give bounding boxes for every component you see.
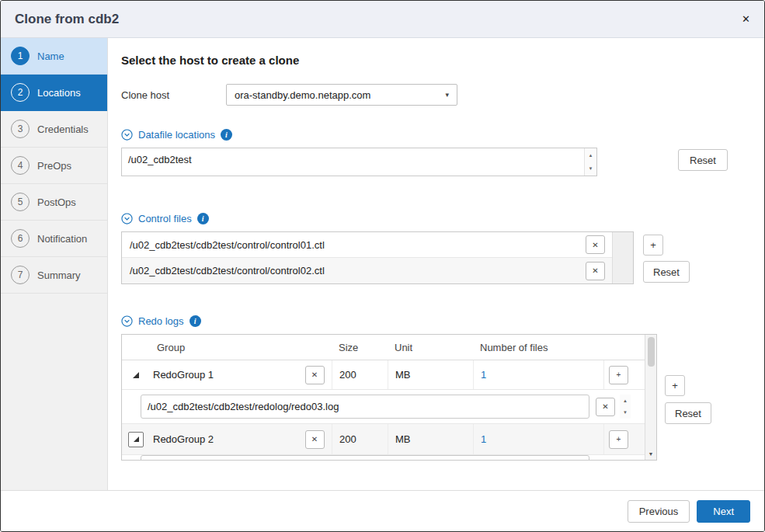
redo-group-name[interactable]: RedoGroup 1	[150, 369, 297, 381]
collapse-section-icon[interactable]	[121, 315, 133, 327]
redo-logs-area: Group Size Unit Number of files RedoGrou…	[121, 334, 764, 461]
x-icon: ✕	[592, 266, 598, 275]
dialog-footer: Previous Next	[1, 490, 764, 531]
column-header-group: Group	[150, 342, 332, 353]
info-icon[interactable]: i	[190, 315, 201, 327]
control-files-area: /u02_cdb2test/cdb2test/control/control01…	[121, 231, 764, 284]
control-file-path[interactable]: /u02_cdb2test/cdb2test/control/control01…	[130, 239, 586, 251]
scrollbar-thumb[interactable]	[648, 337, 655, 367]
control-files-reset-button[interactable]: Reset	[643, 261, 690, 283]
step-item-notification[interactable]: 6 Notification	[1, 221, 107, 257]
redo-group-unit[interactable]: MB	[388, 360, 473, 389]
scroll-down-icon[interactable]: ▼	[620, 407, 631, 419]
redo-log-path-value: /u02_cdb2test/cdb2test/redolog/redo03.lo…	[148, 401, 339, 412]
add-redo-log-file-button[interactable]: +	[609, 366, 628, 384]
remove-control-file-button[interactable]: ✕	[586, 235, 605, 254]
clone-wizard-dialog: Clone from cdb2 ✕ 1 Name 2 Locations 3 C…	[0, 0, 765, 532]
info-icon[interactable]: i	[197, 213, 209, 224]
redo-log-file-row: /u02_cdb2test/cdb2test/redolog/redo03.lo…	[122, 390, 645, 424]
x-icon: ✕	[602, 402, 608, 411]
scroll-down-icon[interactable]: ▼	[585, 162, 596, 176]
info-icon[interactable]: i	[221, 129, 232, 141]
scrollbar-track[interactable]	[612, 232, 633, 283]
control-files-section-title[interactable]: Control files	[138, 213, 192, 224]
x-icon: ✕	[311, 370, 318, 379]
wizard-content: Select the host to create a clone Clone …	[108, 38, 764, 490]
dialog-header: Clone from cdb2 ✕	[1, 1, 764, 38]
collapse-row-icon[interactable]	[133, 372, 139, 378]
datafile-location-value: /u02_cdb2test	[122, 148, 584, 176]
step-item-credentials[interactable]: 3 Credentials	[1, 111, 107, 148]
dialog-title: Clone from cdb2	[15, 12, 119, 27]
redo-logs-reset-button[interactable]: Reset	[665, 402, 711, 424]
remove-redo-group-button[interactable]: ✕	[305, 366, 325, 384]
step-item-summary[interactable]: 7 Summary	[1, 257, 107, 294]
close-icon[interactable]: ✕	[742, 14, 750, 24]
step-label: PreOps	[37, 160, 71, 172]
x-icon: ✕	[592, 241, 598, 249]
step-item-name[interactable]: 1 Name	[1, 38, 107, 75]
step-label: Name	[37, 50, 64, 62]
redo-logs-section-title[interactable]: Redo logs	[138, 315, 184, 327]
redo-group-file-count[interactable]: 1	[473, 424, 603, 454]
datafile-section-title[interactable]: Datafile locations	[138, 129, 215, 141]
column-header-size: Size	[332, 342, 388, 353]
collapse-section-icon[interactable]	[121, 129, 133, 141]
step-label: Summary	[37, 269, 81, 281]
step-number-badge: 2	[11, 83, 30, 102]
redo-table-header: Group Size Unit Number of files	[122, 335, 645, 360]
redo-group-row: RedoGroup 1 ✕ 200 MB 1 +	[122, 360, 645, 390]
control-files-actions: + Reset	[643, 235, 690, 284]
redo-logs-table: Group Size Unit Number of files RedoGrou…	[121, 334, 657, 461]
previous-button[interactable]: Previous	[628, 500, 690, 523]
redo-group-size[interactable]: 200	[332, 424, 388, 454]
clone-host-value: ora-standby.demo.netapp.com	[235, 89, 370, 101]
scroll-down-icon[interactable]: ▼	[649, 451, 654, 457]
clone-host-label: Clone host	[121, 89, 226, 101]
control-files-list: /u02_cdb2test/cdb2test/control/control01…	[121, 231, 634, 284]
redo-logs-section-header: Redo logs i	[121, 315, 764, 327]
column-header-number-of-files: Number of files	[473, 342, 603, 353]
collapse-row-icon[interactable]	[128, 432, 144, 447]
clone-host-select[interactable]: ora-standby.demo.netapp.com ▾	[226, 84, 457, 106]
redo-group-unit[interactable]: MB	[388, 424, 473, 454]
redo-log-path-input[interactable]: /u02_cdb2test/cdb2test/redolog/redo03.lo…	[141, 395, 589, 419]
datafile-location-input[interactable]: /u02_cdb2test ▲ ▼	[121, 148, 597, 176]
step-item-postops[interactable]: 5 PostOps	[1, 184, 107, 221]
step-label: PostOps	[37, 196, 76, 208]
step-item-preops[interactable]: 4 PreOps	[1, 148, 107, 184]
datafile-reset-button[interactable]: Reset	[678, 149, 728, 171]
add-control-file-button[interactable]: +	[643, 235, 663, 256]
control-files-section-header: Control files i	[121, 213, 764, 224]
partial-next-row	[122, 455, 645, 461]
step-number-badge: 7	[11, 266, 30, 284]
step-label: Credentials	[37, 123, 89, 135]
control-file-row: /u02_cdb2test/cdb2test/control/control01…	[122, 232, 612, 258]
table-scrollbar[interactable]: ▼	[645, 335, 656, 460]
datafile-section-header: Datafile locations i	[121, 129, 764, 141]
redo-group-file-count[interactable]: 1	[473, 360, 603, 389]
scroll-up-icon[interactable]: ▲	[620, 395, 631, 407]
collapse-section-icon[interactable]	[121, 213, 133, 224]
control-file-path[interactable]: /u02_cdb2test/cdb2test/control/control02…	[130, 265, 586, 276]
step-item-locations[interactable]: 2 Locations	[1, 75, 107, 111]
redo-group-size[interactable]: 200	[332, 360, 388, 389]
add-redo-group-button[interactable]: +	[665, 375, 685, 396]
next-button[interactable]: Next	[697, 500, 750, 523]
redo-group-name[interactable]: RedoGroup 2	[150, 433, 297, 445]
step-label: Locations	[37, 87, 81, 99]
wizard-steps-sidebar: 1 Name 2 Locations 3 Credentials 4 PreOp…	[1, 38, 108, 490]
remove-control-file-button[interactable]: ✕	[586, 262, 605, 280]
step-number-badge: 3	[11, 120, 30, 138]
redo-logs-actions: + Reset	[665, 375, 711, 461]
remove-redo-group-button[interactable]: ✕	[305, 430, 325, 449]
column-header-unit: Unit	[388, 342, 473, 353]
x-icon: ✕	[311, 435, 318, 443]
scroll-up-icon[interactable]: ▲	[585, 148, 596, 162]
remove-redo-log-file-button[interactable]: ✕	[596, 398, 615, 416]
step-number-badge: 5	[11, 193, 30, 211]
page-heading: Select the host to create a clone	[121, 54, 764, 67]
step-number-badge: 1	[11, 47, 30, 65]
clone-host-row: Clone host ora-standby.demo.netapp.com ▾	[121, 84, 764, 106]
add-redo-log-file-button[interactable]: +	[609, 430, 628, 449]
